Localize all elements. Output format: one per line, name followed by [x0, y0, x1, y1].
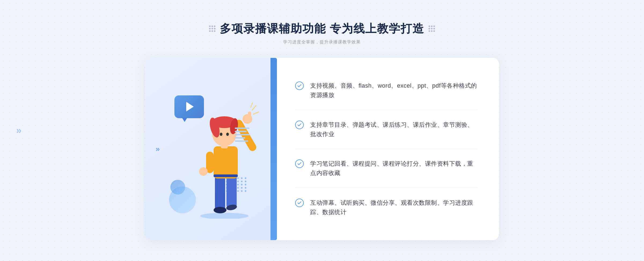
dot	[214, 25, 215, 27]
dot	[211, 28, 213, 29]
svg-point-10	[199, 167, 208, 176]
features-section: 支持视频、音频、flash、word、excel、ppt、pdf等各种格式的资源…	[274, 58, 499, 240]
dot-grid-left	[209, 25, 215, 32]
feature-item-1: 支持视频、音频、flash、word、excel、ppt、pdf等各种格式的资源…	[295, 77, 478, 104]
title-row: 多项录播课辅助功能 专为线上教学打造	[209, 21, 435, 36]
feature-text-3: 学习笔记回看、课程提问、课程评论打分、课件资料下载，重点内容收藏	[310, 159, 478, 178]
page-subtitle: 学习进度全掌握，提升录播课教学效果	[209, 39, 435, 45]
person-illustration	[187, 95, 262, 219]
dot	[214, 30, 215, 32]
feature-item-4: 互动弹幕、试听购买、微信分享、观看次数限制、学习进度跟踪、数据统计	[295, 194, 478, 221]
svg-point-16	[220, 133, 222, 136]
dot	[209, 30, 211, 32]
accent-bar	[270, 58, 277, 240]
svg-line-21	[251, 103, 253, 107]
svg-point-17	[226, 133, 229, 136]
svg-rect-18	[214, 174, 238, 177]
deco-line	[235, 140, 248, 142]
deco-line	[235, 134, 250, 135]
feature-text-2: 支持章节目录、弹题考试、课后练习、课后作业、章节测验、批改作业	[310, 120, 478, 139]
svg-line-19	[252, 106, 256, 110]
svg-line-20	[253, 112, 259, 114]
page-title: 多项录播课辅助功能 专为线上教学打造	[220, 21, 424, 36]
dot-grid-right	[429, 25, 435, 32]
check-icon-2	[295, 121, 304, 129]
svg-rect-5	[214, 146, 238, 178]
dot	[431, 25, 433, 27]
feature-item-2: 支持章节目录、弹题考试、课后练习、课后作业、章节测验、批改作业	[295, 116, 478, 143]
divider-1	[295, 110, 478, 110]
dot	[431, 30, 433, 32]
line-decoration	[235, 128, 250, 142]
dot	[209, 28, 211, 29]
dot	[214, 28, 215, 29]
dot	[211, 30, 213, 32]
svg-rect-9	[248, 111, 251, 121]
deco-line	[235, 128, 250, 129]
feature-item-3: 学习笔记回看、课程提问、课程评论打分、课件资料下载，重点内容收藏	[295, 155, 478, 182]
svg-rect-1	[215, 173, 225, 211]
check-icon-4	[295, 199, 304, 207]
right-decoration	[429, 25, 435, 32]
page-container: 多项录播课辅助功能 专为线上教学打造 学习进度全掌握，提升录播课教学效果	[0, 0, 644, 261]
divider-3	[295, 188, 478, 188]
dot	[429, 28, 430, 29]
check-icon-3	[295, 159, 304, 168]
deco-line	[235, 131, 247, 132]
dot	[433, 30, 435, 32]
header-section: 多项录播课辅助功能 专为线上教学打造 学习进度全掌握，提升录播课教学效果	[209, 21, 435, 45]
svg-point-3	[214, 207, 226, 213]
svg-point-0	[200, 213, 248, 219]
dot	[211, 25, 213, 27]
page-left-chevron-icon: »	[16, 125, 21, 136]
dot	[209, 25, 211, 27]
deco-line	[235, 137, 245, 139]
main-card: »	[145, 58, 499, 240]
check-icon-1	[295, 81, 304, 90]
dot	[433, 25, 435, 27]
divider-2	[295, 149, 478, 149]
feature-text-4: 互动弹幕、试听购买、微信分享、观看次数限制、学习进度跟踪、数据统计	[310, 198, 478, 217]
feature-text-1: 支持视频、音频、flash、word、excel、ppt、pdf等各种格式的资源…	[310, 81, 478, 100]
dot	[431, 28, 433, 29]
dot	[429, 25, 430, 27]
dot	[433, 28, 435, 29]
left-decoration	[209, 25, 215, 32]
dot	[429, 30, 430, 32]
illustration-section: »	[145, 58, 274, 240]
illustration	[164, 79, 255, 219]
circle-small	[170, 180, 185, 195]
chevron-left-icon: »	[156, 145, 160, 153]
